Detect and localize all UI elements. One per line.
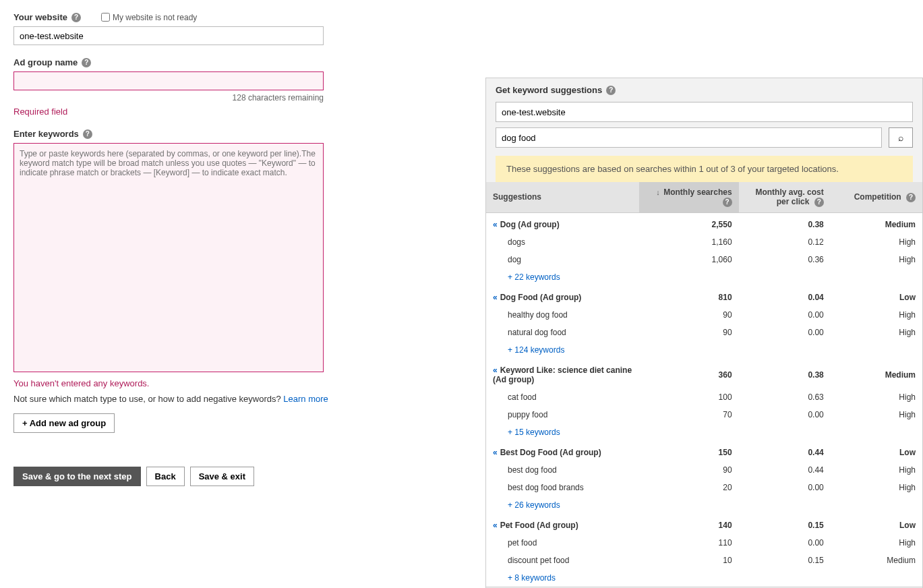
keyword-cpc: 0.00 — [739, 406, 831, 423]
keyword-comp: High — [831, 306, 922, 324]
keyword-searches: 1,160 — [639, 233, 739, 251]
group-searches: 2,550 — [639, 212, 739, 233]
table-keyword-row: dog1,0600.36High — [486, 251, 922, 268]
help-icon[interactable]: ? — [83, 129, 92, 139]
col-suggestions[interactable]: Suggestions — [493, 192, 541, 202]
table-keyword-row: best dog food900.44High — [486, 461, 922, 479]
keyword-cpc: 0.15 — [739, 552, 831, 569]
group-cpc: 0.15 — [739, 514, 831, 534]
table-group-row: «Best Dog Food (Ad group)1500.44Low — [486, 441, 922, 461]
expand-icon[interactable]: « — [493, 448, 498, 457]
table-keyword-row: dogs1,1600.12High — [486, 233, 922, 251]
keyword-name[interactable]: dogs — [486, 233, 639, 251]
help-icon[interactable]: ? — [723, 198, 732, 207]
keyword-cpc: 0.36 — [739, 251, 831, 268]
search-button[interactable]: ⌕ — [889, 127, 913, 148]
keyword-name[interactable]: best dog food — [486, 461, 639, 479]
table-group-row: «Pet Food (Ad group)1400.15Low — [486, 514, 922, 534]
help-icon[interactable]: ? — [606, 86, 616, 95]
suggestion-search-input[interactable] — [496, 127, 882, 148]
expand-icon[interactable]: « — [493, 521, 498, 530]
group-searches: 150 — [639, 441, 739, 461]
ad-group-label: Ad group name — [13, 57, 78, 67]
required-error: Required field — [13, 107, 472, 117]
back-button[interactable]: Back — [146, 467, 185, 486]
sort-desc-icon: ↓ — [656, 188, 660, 196]
help-icon[interactable]: ? — [814, 198, 824, 207]
keyword-cpc: 0.00 — [739, 306, 831, 324]
table-keyword-row: natural dog food900.00High — [486, 324, 922, 341]
keyword-comp: High — [831, 479, 922, 496]
keyword-searches: 100 — [639, 388, 739, 406]
more-keywords-link[interactable]: + 124 keywords — [508, 345, 564, 355]
keyword-name[interactable]: discount pet food — [486, 552, 639, 569]
keyword-name[interactable]: healthy dog food — [486, 306, 639, 324]
not-ready-checkbox-row[interactable]: My website is not ready — [101, 13, 197, 22]
not-ready-label: My website is not ready — [113, 13, 197, 22]
expand-icon[interactable]: « — [493, 293, 498, 302]
group-name[interactable]: Dog Food (Ad group) — [500, 293, 582, 302]
keyword-name[interactable]: cat food — [486, 388, 639, 406]
suggestion-site-input[interactable] — [496, 102, 913, 122]
keyword-searches: 90 — [639, 324, 739, 341]
keyword-searches: 110 — [639, 534, 739, 552]
keyword-comp: High — [831, 324, 922, 341]
suggestions-header: Get keyword suggestions — [496, 85, 602, 95]
group-comp: Medium — [831, 212, 922, 233]
ad-group-input[interactable] — [13, 71, 324, 90]
keyword-searches: 90 — [639, 306, 739, 324]
table-more-row: + 8 keywords — [486, 569, 922, 587]
keyword-comp: High — [831, 461, 922, 479]
keywords-textarea[interactable] — [13, 143, 324, 372]
keyword-searches: 1,060 — [639, 251, 739, 268]
more-keywords-link[interactable]: + 15 keywords — [508, 428, 560, 437]
chars-remaining: 128 characters remaining — [13, 93, 324, 102]
expand-icon[interactable]: « — [493, 220, 498, 229]
match-hint: Not sure which match type to use, or how… — [13, 394, 283, 404]
col-searches[interactable]: Monthly searches — [663, 187, 732, 197]
keyword-name[interactable]: best dog food brands — [486, 479, 639, 496]
group-cpc: 0.44 — [739, 441, 831, 461]
suggestions-table: Suggestions ↓ Monthly searches ? Monthly… — [486, 182, 922, 587]
group-comp: Low — [831, 286, 922, 306]
keyword-name[interactable]: puppy food — [486, 406, 639, 423]
table-keyword-row: cat food1000.63High — [486, 388, 922, 406]
website-label: Your website — [13, 12, 67, 22]
more-keywords-link[interactable]: + 22 keywords — [508, 272, 560, 282]
table-keyword-row: puppy food700.00High — [486, 406, 922, 423]
table-keyword-row: best dog food brands200.00High — [486, 479, 922, 496]
keyword-name[interactable]: pet food — [486, 534, 639, 552]
group-name[interactable]: Dog (Ad group) — [500, 220, 560, 229]
save-next-button[interactable]: Save & go to the next step — [13, 467, 141, 486]
keyword-cpc: 0.00 — [739, 534, 831, 552]
table-more-row: + 26 keywords — [486, 496, 922, 514]
more-keywords-link[interactable]: + 26 keywords — [508, 500, 560, 510]
website-input[interactable] — [13, 26, 324, 45]
add-ad-group-button[interactable]: + Add new ad group — [13, 413, 115, 433]
expand-icon[interactable]: « — [493, 365, 498, 375]
col-cpc[interactable]: Monthly avg. cost per click — [755, 187, 823, 206]
table-keyword-row: discount pet food100.15Medium — [486, 552, 922, 569]
col-competition[interactable]: Competition — [854, 192, 901, 202]
group-cpc: 0.38 — [739, 212, 831, 233]
more-keywords-link[interactable]: + 8 keywords — [508, 573, 556, 583]
keyword-name[interactable]: dog — [486, 251, 639, 268]
keyword-name[interactable]: natural dog food — [486, 324, 639, 341]
keyword-searches: 20 — [639, 479, 739, 496]
keyword-comp: High — [831, 534, 922, 552]
group-name[interactable]: Pet Food (Ad group) — [500, 521, 578, 530]
help-icon[interactable]: ? — [906, 193, 916, 202]
group-name[interactable]: Best Dog Food (Ad group) — [500, 448, 601, 457]
table-keyword-row: pet food1100.00High — [486, 534, 922, 552]
group-name[interactable]: Keyword Like: science diet canine (Ad gr… — [493, 365, 632, 384]
keyword-cpc: 0.12 — [739, 233, 831, 251]
keyword-comp: High — [831, 388, 922, 406]
table-group-row: «Dog Food (Ad group)8100.04Low — [486, 286, 922, 306]
help-icon[interactable]: ? — [71, 13, 81, 22]
help-icon[interactable]: ? — [82, 58, 91, 67]
not-ready-checkbox[interactable] — [101, 13, 110, 22]
group-cpc: 0.04 — [739, 286, 831, 306]
keyword-searches: 10 — [639, 552, 739, 569]
save-exit-button[interactable]: Save & exit — [190, 467, 254, 486]
learn-more-link[interactable]: Learn more — [283, 394, 328, 404]
